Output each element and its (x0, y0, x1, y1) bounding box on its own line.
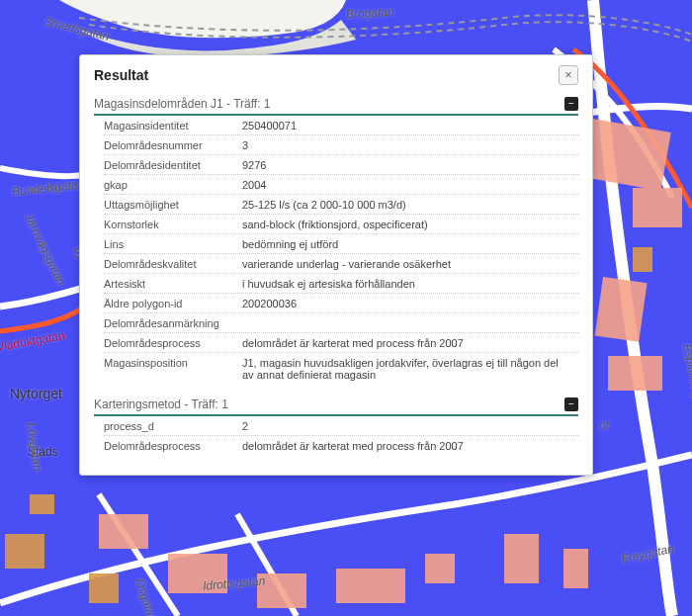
section-title: Magasinsdelområden J1 - Träff: 1 (94, 97, 271, 111)
attribute-row: MagasinspositionJ1, magasin huvudsaklige… (104, 353, 578, 384)
svg-rect-10 (504, 534, 539, 583)
attribute-value: bedömning ej utförd (242, 238, 578, 250)
section-title: Karteringsmetod - Träff: 1 (94, 397, 228, 411)
attribute-label: Delområdesprocess (104, 440, 242, 452)
attribute-row: Kornstorleksand-block (friktionsjord, os… (104, 215, 578, 234)
svg-rect-11 (563, 549, 588, 588)
attribute-row: Delområdesnummer3 (104, 135, 578, 155)
section-rows: process_d2Delområdesprocessdelområdet är… (94, 416, 578, 459)
attribute-label: Artesiskt (104, 278, 242, 290)
place-label: or (599, 418, 610, 432)
attribute-row: Delområdesidentitet9276 (104, 155, 578, 175)
svg-rect-3 (595, 277, 648, 342)
attribute-label: Uttagsmöjlighet (104, 199, 242, 211)
svg-rect-5 (99, 514, 148, 549)
collapse-icon[interactable]: − (564, 97, 578, 111)
result-dialog: Resultat × Magasinsdelområden J1 - Träff… (79, 54, 593, 476)
attribute-row: Artesiskti huvudsak ej artesiska förhåll… (104, 274, 578, 294)
attribute-row: Äldre polygon-id200200036 (104, 294, 578, 313)
section-header[interactable]: Karteringsmetod - Träff: 1− (94, 394, 578, 416)
svg-rect-4 (608, 356, 662, 391)
attribute-value: 2004 (242, 179, 578, 191)
attribute-label: process_d (104, 420, 242, 432)
attribute-label: Delområdesidentitet (104, 159, 242, 171)
attribute-label: Delområdesnummer (104, 139, 242, 151)
attribute-label: Lins (104, 238, 242, 250)
attribute-value: 200200036 (242, 298, 578, 309)
collapse-icon[interactable]: − (564, 397, 578, 411)
attribute-label: Kornstorlek (104, 219, 242, 230)
attribute-row: gkap2004 (104, 175, 578, 195)
attribute-row: Delområdesanmärkning (104, 313, 578, 333)
attribute-value: 25-125 l/s (ca 2 000-10 000 m3/d) (242, 199, 578, 211)
attribute-row: Linsbedömning ej utförd (104, 234, 578, 254)
attribute-label: Delområdesprocess (104, 337, 242, 349)
svg-rect-8 (336, 569, 405, 603)
attribute-row: Delområdesprocessdelområdet är karterat … (104, 333, 578, 353)
svg-rect-2 (633, 188, 682, 227)
dialog-header: Resultat × (94, 65, 578, 85)
attribute-value: i huvudsak ej artesiska förhållanden (242, 278, 578, 290)
attribute-value: sand-block (friktionsjord, ospecificerat… (242, 219, 578, 230)
attribute-label: Magasinsposition (104, 357, 242, 369)
street-label: Brogatan (346, 5, 394, 22)
section-rows: Magasinsidentitet250400071Delområdesnumm… (94, 116, 578, 388)
attribute-value: varierande underlag - varierande osäkerh… (242, 258, 578, 270)
attribute-value: 250400071 (242, 120, 578, 132)
attribute-row: process_d2 (104, 416, 578, 436)
svg-rect-13 (5, 534, 44, 569)
attribute-label: Delområdeskvalitet (104, 258, 242, 270)
attribute-label: Magasinsidentitet (104, 120, 242, 132)
attribute-value: delområdet är karterat med process från … (242, 440, 578, 452)
svg-rect-14 (89, 573, 119, 603)
dialog-title: Resultat (94, 67, 148, 83)
attribute-row: Delområdeskvalitetvarierande underlag - … (104, 254, 578, 274)
close-icon[interactable]: × (559, 65, 578, 85)
attribute-value: 2 (242, 420, 578, 432)
svg-rect-12 (30, 494, 54, 514)
section-header[interactable]: Magasinsdelområden J1 - Träff: 1− (94, 93, 578, 116)
place-label: Nytorget (10, 386, 62, 401)
attribute-value: J1, magasin huvudsakligen jordakvifer, ö… (242, 357, 578, 381)
svg-rect-15 (633, 247, 652, 272)
attribute-value: delområdet är karterat med process från … (242, 337, 578, 349)
attribute-label: Delområdesanmärkning (104, 317, 242, 329)
attribute-row: Uttagsmöjlighet25-125 l/s (ca 2 000-10 0… (104, 195, 578, 215)
attribute-value: 9276 (242, 159, 578, 171)
attribute-row: Magasinsidentitet250400071 (104, 116, 578, 135)
attribute-value: 3 (242, 139, 578, 151)
attribute-label: Äldre polygon-id (104, 298, 242, 309)
attribute-row: Delområdesprocessdelområdet är karterat … (104, 436, 578, 455)
attribute-label: gkap (104, 179, 242, 191)
svg-rect-9 (425, 554, 455, 583)
